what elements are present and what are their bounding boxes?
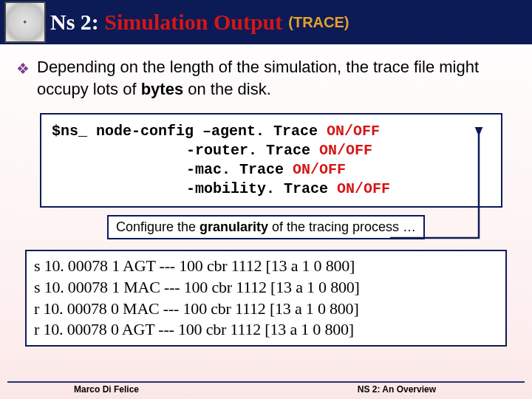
bullet-item: ❖ Depending on the length of the simulat… (16, 56, 516, 100)
trace-line: r 10. 00078 0 AGT --- 100 cbr 1112 [13 a… (34, 319, 498, 341)
trace-line: r 10. 00078 0 MAC --- 100 cbr 1112 [13 a… (34, 299, 498, 320)
diamond-bullet-icon: ❖ (16, 59, 30, 79)
bullet-bold: bytes (141, 80, 183, 98)
code-l3-kw: ON/OFF (293, 161, 346, 178)
university-seal-icon: ✦ (4, 1, 46, 43)
title-red: Simulation Output (104, 10, 282, 34)
code-line-3: -mac. Trace ON/OFF (52, 160, 491, 180)
code-box: $ns_ node-config –agent. Trace ON/OFF -r… (40, 113, 502, 208)
gran-post: of the tracing process … (268, 219, 416, 234)
code-l3-pre: -mac. Trace (186, 161, 293, 178)
gran-bold: granularity (200, 219, 268, 234)
slide-title: Ns 2: Simulation Output (50, 10, 282, 35)
slide-footer: Marco Di Felice NS 2: An Overview (7, 384, 525, 399)
code-l1-pre: $ns_ node-config –agent. Trace (52, 123, 327, 140)
code-l4-kw: ON/OFF (337, 180, 390, 197)
gran-pre: Configure the (116, 219, 200, 234)
trace-output-box: s 10. 00078 1 AGT --- 100 cbr 1112 [13 a… (25, 250, 507, 346)
bullet-post: on the disk. (183, 80, 271, 98)
code-line-4: -mobility. Trace ON/OFF (52, 180, 491, 199)
code-line-2: -router. Trace ON/OFF (52, 141, 491, 160)
trace-line: s 10. 00078 1 MAC --- 100 cbr 1112 [13 a… (34, 277, 498, 299)
slide-header: ✦ Ns 2: Simulation Output (TRACE) (0, 0, 532, 44)
footer-divider (7, 381, 525, 383)
code-l2-pre: -router. Trace (186, 142, 319, 159)
footer-author: Marco Di Felice (74, 384, 139, 395)
code-l1-kw: ON/OFF (327, 123, 380, 140)
title-prefix: Ns 2: (50, 10, 104, 34)
title-suffix: (TRACE) (288, 14, 349, 31)
granularity-box: Configure the granularity of the tracing… (107, 215, 425, 239)
code-line-1: $ns_ node-config –agent. Trace ON/OFF (52, 122, 491, 141)
footer-title: NS 2: An Overview (358, 384, 436, 395)
bullet-text: Depending on the length of the simulatio… (37, 56, 516, 100)
slide-content: ❖ Depending on the length of the simulat… (0, 44, 532, 347)
code-l2-kw: ON/OFF (319, 142, 372, 159)
code-l4-pre: -mobility. Trace (186, 180, 337, 197)
trace-line: s 10. 00078 1 AGT --- 100 cbr 1112 [13 a… (34, 256, 498, 277)
